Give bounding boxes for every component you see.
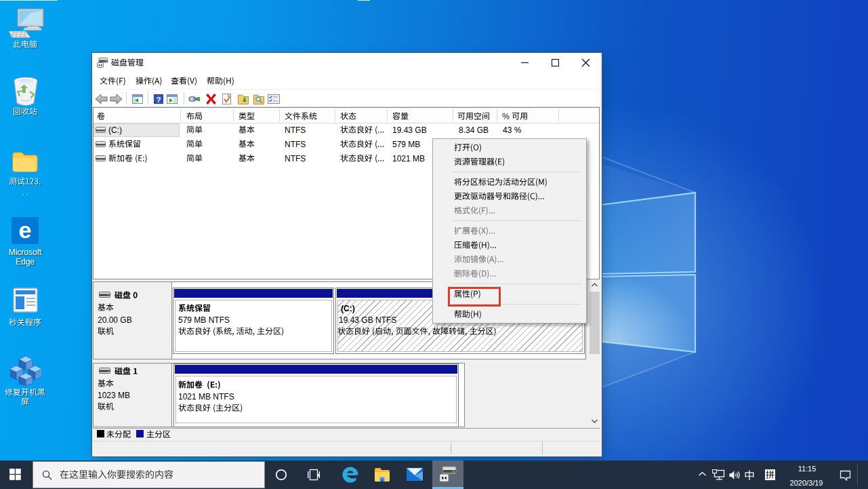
svg-text:e: e: [19, 217, 32, 243]
svg-text:?: ?: [157, 96, 161, 104]
